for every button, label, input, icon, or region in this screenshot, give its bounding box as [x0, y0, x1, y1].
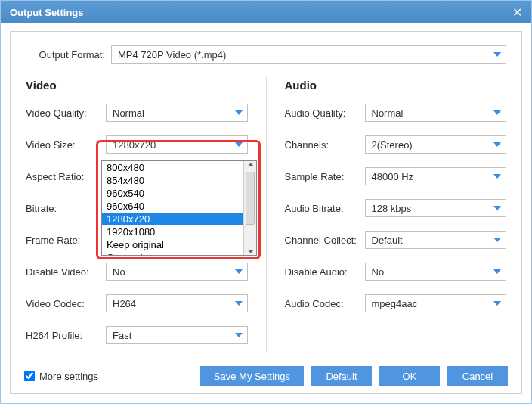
list-item[interactable]: 960x640 — [102, 200, 256, 213]
video-quality-label: Video Quality: — [26, 107, 101, 119]
chevron-down-icon — [235, 110, 243, 115]
audio-column: Audio Audio Quality: Normal Channels: 2(… — [285, 73, 507, 358]
titlebar: Output Settings ✕ — [1, 1, 531, 23]
video-quality-select[interactable]: Normal — [106, 104, 248, 122]
audio-quality-label: Audio Quality: — [285, 107, 360, 119]
output-settings-dialog: Output Settings ✕ Output Format: MP4 720… — [0, 0, 532, 404]
more-settings-label: More settings — [39, 371, 98, 382]
sample-rate-label: Sample Rate: — [285, 171, 360, 182]
list-item[interactable]: 854x480 — [102, 174, 256, 187]
h264-profile-select[interactable]: Fast — [106, 326, 248, 344]
sample-rate-select[interactable]: 48000 Hz — [365, 167, 507, 185]
video-heading: Video — [26, 79, 248, 92]
scrollbar-thumb[interactable] — [246, 172, 255, 225]
chevron-down-icon — [235, 142, 243, 147]
chevron-down-icon — [235, 301, 243, 306]
video-size-dropdown[interactable]: 800x480 854x480 960x540 960x640 1280x720… — [101, 160, 257, 256]
video-codec-select[interactable]: H264 — [106, 294, 248, 312]
video-bitrate-label: Bitrate: — [26, 203, 101, 214]
dialog-body: Output Format: MP4 720P Video (*.mp4) Vi… — [10, 31, 522, 394]
frame-rate-label: Frame Rate: — [26, 235, 101, 246]
chevron-down-icon — [493, 269, 501, 274]
audio-quality-select[interactable]: Normal — [365, 104, 507, 122]
audio-bitrate-select[interactable]: 128 kbps — [365, 199, 507, 217]
video-size-label: Video Size: — [26, 139, 101, 151]
audio-heading: Audio — [285, 79, 507, 92]
chevron-down-icon — [493, 301, 501, 306]
disable-video-select[interactable]: No — [106, 263, 248, 281]
video-size-select[interactable]: 1280x720 — [106, 135, 248, 154]
more-settings-input[interactable] — [24, 371, 35, 381]
chevron-down-icon — [493, 174, 501, 179]
more-settings-checkbox[interactable]: More settings — [24, 371, 98, 382]
list-item[interactable]: 1920x1080 — [102, 225, 256, 238]
column-divider — [266, 77, 267, 353]
scrollbar[interactable] — [243, 161, 256, 255]
close-icon[interactable]: ✕ — [512, 5, 522, 20]
list-item[interactable]: 1280x720 — [102, 213, 256, 225]
chevron-down-icon — [235, 333, 243, 337]
audio-bitrate-label: Audio Bitrate: — [285, 203, 360, 214]
window-title: Output Settings — [10, 7, 84, 18]
channel-collect-select[interactable]: Default — [365, 231, 507, 249]
list-item[interactable]: Customize — [102, 251, 256, 256]
output-format-value: MP4 720P Video (*.mp4) — [118, 49, 226, 61]
chevron-down-icon — [493, 142, 501, 147]
disable-audio-label: Disable Audio: — [285, 266, 360, 278]
chevron-down-icon — [493, 52, 501, 57]
list-item[interactable]: 800x480 — [102, 161, 256, 174]
ok-button[interactable]: OK — [379, 366, 440, 386]
channels-select[interactable]: 2(Stereo) — [365, 135, 507, 154]
chevron-down-icon — [493, 238, 501, 242]
disable-audio-select[interactable]: No — [365, 263, 507, 281]
output-format-select[interactable]: MP4 720P Video (*.mp4) — [111, 45, 506, 64]
disable-video-label: Disable Video: — [26, 266, 101, 278]
list-item[interactable]: 960x540 — [102, 187, 256, 200]
save-settings-button[interactable]: Save My Settings — [200, 366, 304, 386]
channels-label: Channels: — [285, 139, 360, 151]
h264-profile-label: H264 Profile: — [26, 330, 101, 341]
aspect-ratio-label: Aspect Ratio: — [26, 171, 101, 182]
audio-codec-label: Audio Codec: — [285, 298, 360, 309]
chevron-down-icon — [493, 110, 501, 115]
default-button[interactable]: Default — [311, 366, 372, 386]
chevron-down-icon — [493, 206, 501, 210]
audio-codec-select[interactable]: mpeg4aac — [365, 294, 507, 312]
video-codec-label: Video Codec: — [26, 298, 101, 309]
cancel-button[interactable]: Cancel — [447, 366, 508, 386]
list-item[interactable]: Keep original — [102, 238, 256, 251]
channel-collect-label: Channel Collect: — [285, 235, 360, 246]
output-format-label: Output Format: — [26, 49, 105, 61]
chevron-down-icon — [235, 269, 243, 274]
